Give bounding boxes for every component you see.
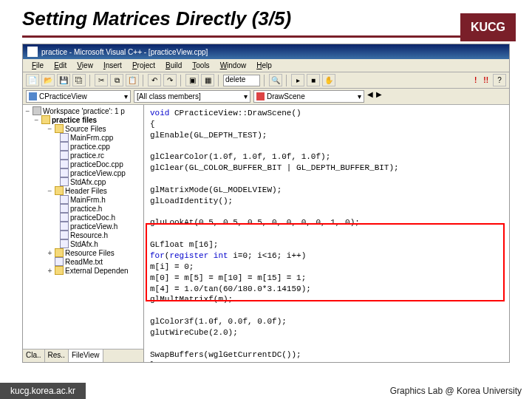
tree-header[interactable]: Header Files [65, 187, 107, 195]
menu-window[interactable]: Window [216, 61, 251, 70]
save-icon[interactable]: 💾 [57, 74, 70, 86]
file-icon [60, 160, 69, 168]
func-combo-value: DrawScene [267, 92, 305, 100]
separator [218, 75, 219, 86]
file-icon [55, 257, 64, 266]
tree-file[interactable]: StdAfx.h [70, 240, 98, 248]
chevron-down-icon: ▾ [124, 92, 128, 100]
class-combo-value: CPracticeView [39, 92, 87, 100]
slide-title: Setting Matrices Directly (3/5) [22, 7, 510, 30]
class-combo[interactable]: CPracticeView ▾ [26, 90, 131, 103]
find-icon[interactable]: 🔍 [269, 74, 282, 86]
code-line: CPracticeView::DrawScene() [169, 109, 301, 117]
tree-file[interactable]: StdAfx.cpp [70, 178, 106, 186]
tree-file[interactable]: practiceDoc.h [70, 214, 115, 222]
file-icon [60, 231, 69, 239]
folder-icon [55, 186, 64, 195]
separator [286, 75, 287, 86]
open-icon[interactable]: 📂 [41, 74, 55, 86]
window-titlebar[interactable]: practice - Microsoft Visual C++ - [pract… [23, 44, 509, 59]
file-icon [60, 195, 69, 204]
tree-file[interactable]: practiceDoc.cpp [70, 160, 123, 168]
combo-row: CPracticeView ▾ [All class members] ▾ Dr… [23, 89, 509, 105]
code-line: m[i] = 0; [150, 262, 503, 273]
tab-class[interactable]: Cla.. [23, 349, 45, 362]
kucg-badge: KUCG [460, 13, 516, 41]
bang-icon[interactable]: !! [481, 76, 491, 84]
code-line: SwapBuffers(wglGetCurrentDC()); [150, 349, 503, 361]
code-kw: for [150, 251, 165, 260]
compile-icon[interactable]: ▣ [185, 74, 199, 86]
ide-window: practice - Microsoft Visual C++ - [pract… [22, 44, 510, 363]
tree-file[interactable]: practiceView.cpp [70, 169, 126, 177]
tree-workspace[interactable]: Workspace 'practice': 1 p [43, 107, 125, 115]
menu-project[interactable]: Project [128, 61, 160, 70]
redo-icon[interactable]: ↷ [163, 74, 177, 86]
window-title: practice - Microsoft Visual C++ - [pract… [41, 48, 208, 56]
filter-combo[interactable]: [All class members] ▾ [134, 90, 250, 103]
code-line: } [150, 360, 503, 362]
menu-help[interactable]: Help [252, 61, 276, 70]
tree-source[interactable]: Source Files [65, 125, 106, 133]
toolbar: 📄 📂 💾 ⿻ ✂ ⧉ 📋 ↶ ↷ ▣ ▦ delete 🔍 ▸ ■ ✋ ! !… [23, 72, 509, 89]
save-all-icon[interactable]: ⿻ [72, 74, 86, 86]
tree-resource[interactable]: Resource Files [65, 249, 115, 257]
file-icon [60, 168, 69, 177]
code-line: glMatrixMode(GL_MODELVIEW); [150, 185, 503, 196]
tree-tabs: Cla.. Res.. FileView [23, 349, 143, 362]
slide-header: Setting Matrices Directly (3/5) KUCG [0, 0, 532, 34]
nav-fwd-icon[interactable]: ▶ [376, 90, 382, 103]
exclaim-icon[interactable]: ! [472, 76, 479, 84]
code-line: m[0] = m[5] = m[10] = m[15] = 1; [150, 273, 503, 284]
menu-bar: File Edit View Insert Project Build Tool… [23, 59, 509, 72]
paste-icon[interactable]: 📋 [126, 74, 139, 86]
tab-file[interactable]: FileView [69, 349, 103, 362]
tree-readme[interactable]: ReadMe.txt [65, 258, 103, 266]
tree-file[interactable]: practice.rc [70, 151, 104, 160]
menu-edit[interactable]: Edit [50, 61, 71, 70]
tree-project[interactable]: practice files [52, 116, 97, 124]
cut-icon[interactable]: ✂ [95, 74, 108, 86]
folder-icon [55, 124, 64, 133]
stop-icon[interactable]: ■ [307, 74, 320, 86]
file-icon [60, 177, 69, 186]
file-icon [60, 239, 69, 248]
code-line: { [150, 119, 503, 130]
tab-res[interactable]: Res.. [45, 349, 69, 362]
code-editor[interactable]: void CPracticeView::DrawScene() { glEnab… [144, 105, 509, 362]
menu-view[interactable]: View [72, 61, 98, 70]
build-icon[interactable]: ▦ [201, 74, 214, 86]
folder-icon [55, 266, 64, 275]
tree-file[interactable]: practice.cpp [70, 143, 110, 151]
undo-icon[interactable]: ↶ [148, 74, 161, 86]
file-icon [60, 222, 69, 231]
menu-file[interactable]: File [27, 61, 48, 70]
menu-insert[interactable]: Insert [99, 61, 126, 70]
file-tree[interactable]: −Workspace 'practice': 1 p −practice fil… [23, 105, 144, 349]
find-input[interactable]: delete [223, 75, 260, 86]
menu-build[interactable]: Build [161, 61, 186, 70]
code-line: glClear(GL_COLOR_BUFFER_BIT | GL_DEPTH_B… [150, 163, 503, 174]
footer-credit: Graphics Lab @ Korea University [380, 383, 532, 399]
nav-back-icon[interactable]: ◀ [367, 90, 373, 103]
tree-file[interactable]: MainFrm.h [70, 196, 106, 204]
func-icon [256, 92, 265, 100]
workspace-icon [33, 106, 41, 115]
menu-tools[interactable]: Tools [188, 61, 214, 70]
tree-file[interactable]: MainFrm.cpp [70, 134, 113, 142]
go-icon[interactable]: ▸ [291, 74, 304, 86]
file-icon [60, 151, 69, 160]
tree-file[interactable]: Resource.h [70, 231, 108, 239]
help-icon[interactable]: ? [493, 74, 506, 86]
separator [264, 75, 265, 86]
copy-icon[interactable]: ⧉ [110, 74, 123, 86]
tree-file[interactable]: practice.h [70, 205, 102, 213]
breakpoint-icon[interactable]: ✋ [322, 74, 335, 86]
tree-file[interactable]: practiceView.h [70, 222, 117, 231]
code-line: glClearColor(1.0f, 1.0f, 1.0f, 1.0f); [150, 151, 503, 163]
code-kw: void [150, 109, 169, 117]
new-icon[interactable]: 📄 [26, 74, 39, 86]
func-combo[interactable]: DrawScene ▾ [253, 90, 364, 103]
file-icon [60, 142, 69, 151]
tree-external[interactable]: External Dependen [65, 267, 129, 275]
